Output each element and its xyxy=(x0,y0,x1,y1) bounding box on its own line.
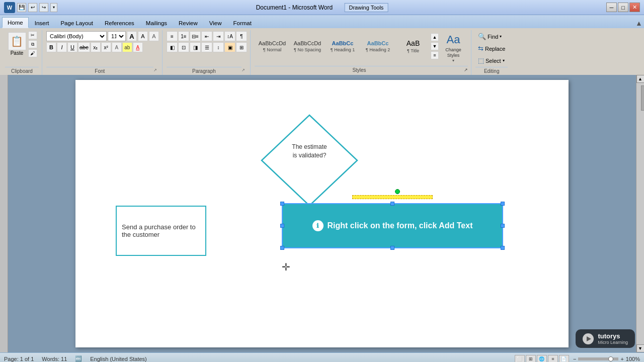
highlight-button[interactable]: ab xyxy=(122,42,132,52)
style-normal[interactable]: AaBbCcDd ¶ Normal xyxy=(255,31,290,61)
handle-br[interactable] xyxy=(501,246,505,250)
font-grow-button[interactable]: A xyxy=(127,31,137,41)
proofing-icon[interactable]: 🔤 xyxy=(75,355,82,362)
view-print-layout[interactable]: ⬜ xyxy=(515,355,525,363)
align-right-button[interactable]: ◨ xyxy=(190,42,201,52)
view-draft[interactable]: 📄 xyxy=(559,355,569,363)
select-button[interactable]: ⬚ Select ▾ xyxy=(475,55,508,66)
paragraph-controls: ≡ 1≡ ⊟≡ ⇤ ⇥ ↕A ¶ ◧ ⊡ ◨ ☰ ↕ ▣ ⊞ xyxy=(167,31,247,52)
handle-tl[interactable] xyxy=(280,202,284,206)
align-left-button[interactable]: ◧ xyxy=(167,42,178,52)
superscript-button[interactable]: x² xyxy=(101,42,111,52)
view-web-layout[interactable]: 🌐 xyxy=(537,355,547,363)
quick-access-undo[interactable]: ↩ xyxy=(28,3,37,12)
font-shrink-button[interactable]: A xyxy=(138,31,148,41)
paste-button[interactable]: 📋 Paste xyxy=(7,31,27,57)
line-spacing-button[interactable]: ↕ xyxy=(213,42,224,52)
quick-access-save[interactable]: 💾 xyxy=(17,3,26,12)
decrease-indent-button[interactable]: ⇤ xyxy=(201,31,212,41)
tab-home[interactable]: Home xyxy=(2,17,29,28)
numbered-list-button[interactable]: 1≡ xyxy=(178,31,189,41)
view-outline[interactable]: ≡ xyxy=(548,355,558,363)
watermark-text: tutorys Micro Learning xyxy=(598,332,628,345)
scroll-thumb[interactable] xyxy=(641,85,645,111)
styles-expand-icon[interactable]: ↗ xyxy=(464,67,468,72)
format-painter-button[interactable]: 🖌 xyxy=(28,49,37,57)
zoom-slider-thumb[interactable] xyxy=(608,356,613,361)
style-title[interactable]: AaB ¶ Title xyxy=(395,31,431,61)
increase-indent-button[interactable]: ⇥ xyxy=(213,31,224,41)
font-size-select[interactable]: 11 xyxy=(108,31,126,41)
instruction-box-container[interactable]: ℹ Right click on the form, click Add Tex… xyxy=(282,203,513,253)
vertical-scrollbar: ▲ ▼ xyxy=(636,75,644,352)
quick-access-redo[interactable]: ↪ xyxy=(39,3,48,12)
copy-button[interactable]: ⧉ xyxy=(28,40,37,48)
replace-button[interactable]: ⇆ Replace xyxy=(475,43,508,54)
quick-access-dropdown[interactable]: ▾ xyxy=(50,3,57,12)
style-no-spacing[interactable]: AaBbCcDd ¶ No Spacing xyxy=(290,31,325,61)
change-styles-button[interactable]: Aa Change Styles ▾ xyxy=(439,31,468,65)
rotation-handle[interactable] xyxy=(395,189,400,194)
handle-ml[interactable] xyxy=(280,224,284,228)
find-button[interactable]: 🔍 Find ▾ xyxy=(475,31,508,42)
bullet-list-button[interactable]: ≡ xyxy=(167,31,178,41)
bold-button[interactable]: B xyxy=(46,42,56,52)
scroll-down-button[interactable]: ▼ xyxy=(636,344,645,352)
scroll-up-button[interactable]: ▲ xyxy=(636,75,645,83)
styles-more[interactable]: ≡ xyxy=(431,51,439,59)
tab-review[interactable]: Review xyxy=(173,17,203,28)
show-formatting-button[interactable]: ¶ xyxy=(236,31,247,41)
clear-formatting-button[interactable]: A xyxy=(149,31,159,41)
paragraph-group: ≡ 1≡ ⊟≡ ⇤ ⇥ ↕A ¶ ◧ ⊡ ◨ ☰ ↕ ▣ ⊞ xyxy=(164,30,251,75)
ribbon-collapse[interactable]: ▲ xyxy=(634,18,644,28)
italic-button[interactable]: I xyxy=(57,42,67,52)
multilevel-list-button[interactable]: ⊟≡ xyxy=(190,31,201,41)
minimize-button[interactable]: ─ xyxy=(606,3,617,12)
zoom-out-button[interactable]: − xyxy=(573,356,576,362)
language[interactable]: English (United States) xyxy=(90,356,147,362)
doc-left-margin xyxy=(0,75,8,352)
strikethrough-button[interactable]: abc xyxy=(78,42,90,52)
align-center-button[interactable]: ⊡ xyxy=(178,42,189,52)
clipboard-group: 📋 Paste ✂ ⧉ 🖌 Clipboard xyxy=(2,30,42,75)
tab-references[interactable]: References xyxy=(99,17,140,28)
borders-button[interactable]: ⊞ xyxy=(236,42,247,52)
maximize-button[interactable]: □ xyxy=(618,3,628,12)
send-purchase-order-box[interactable]: Send a purchase order to the customer xyxy=(116,206,206,256)
handle-mr[interactable] xyxy=(501,224,505,228)
zoom-in-button[interactable]: + xyxy=(620,356,623,362)
handle-bl[interactable] xyxy=(280,246,284,250)
editing-group: 🔍 Find ▾ ⇆ Replace ⬚ Select ▾ Editing xyxy=(472,30,511,75)
justify-button[interactable]: ☰ xyxy=(201,42,212,52)
tab-view[interactable]: View xyxy=(204,17,227,28)
cut-button[interactable]: ✂ xyxy=(28,31,37,39)
shading-button[interactable]: ▣ xyxy=(224,42,235,52)
paragraph-expand-icon[interactable]: ↗ xyxy=(242,68,247,74)
handle-tm[interactable] xyxy=(390,202,394,206)
diamond-shape[interactable]: The estimateis validated? xyxy=(257,110,362,211)
style-title-preview: AaB xyxy=(407,39,420,47)
styles-scroll-up[interactable]: ▲ xyxy=(431,33,439,41)
instruction-box[interactable]: ℹ Right click on the form, click Add Tex… xyxy=(282,203,503,248)
tab-mailings[interactable]: Mailings xyxy=(140,17,173,28)
style-heading2[interactable]: AaBbCc ¶ Heading 2 xyxy=(360,31,395,61)
tab-page-layout[interactable]: Page Layout xyxy=(55,17,99,28)
handle-tr[interactable] xyxy=(501,202,505,206)
select-label: Select xyxy=(486,58,501,64)
clipboard-small-buttons: ✂ ⧉ 🖌 xyxy=(28,31,37,57)
font-name-select[interactable]: Calibri (Body) xyxy=(46,31,107,41)
zoom-slider[interactable] xyxy=(578,357,618,360)
font-expand-icon[interactable]: ↗ xyxy=(153,68,159,74)
text-effects-button[interactable]: A xyxy=(112,42,122,52)
underline-button[interactable]: U xyxy=(67,42,77,52)
view-full-screen[interactable]: ⊞ xyxy=(526,355,536,363)
styles-scroll-down[interactable]: ▼ xyxy=(431,42,439,50)
tab-insert[interactable]: Insert xyxy=(29,17,55,28)
tab-format[interactable]: Format xyxy=(227,17,257,28)
handle-bm[interactable] xyxy=(390,246,394,250)
font-color-button[interactable]: A xyxy=(133,42,143,52)
sort-button[interactable]: ↕A xyxy=(224,31,235,41)
subscript-button[interactable]: x₂ xyxy=(91,42,101,52)
close-button[interactable]: ✕ xyxy=(629,3,640,12)
style-heading1[interactable]: AaBbCc ¶ Heading 1 xyxy=(325,31,360,61)
